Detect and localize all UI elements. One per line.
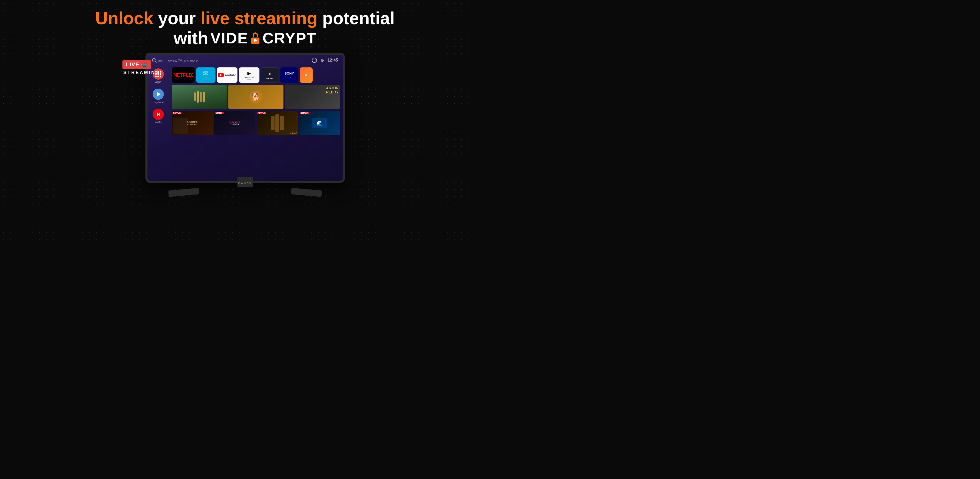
- lock-icon: [249, 32, 262, 45]
- camera-icon: 📹: [141, 62, 148, 68]
- netflix-sidebar-label: Netflix: [154, 121, 162, 124]
- sony-text: SONY: [285, 71, 294, 75]
- google-play-logo: ▶ Google Play Store: [244, 70, 254, 80]
- movie-thumb-baahubali[interactable]: NETFLIX ಬಾಹುಬಲಿ: [257, 111, 298, 135]
- netflix-logo: NETFLIX: [173, 72, 193, 78]
- youtube-play: [220, 74, 222, 76]
- apps-row: NETFLIX prime video ~: [172, 67, 340, 83]
- gmusic-text: G: [305, 74, 307, 76]
- tv-stand-base-left: [168, 188, 199, 197]
- movie-thumb-2[interactable]: 🐕: [228, 85, 283, 109]
- dot: [160, 76, 161, 77]
- lock-shackle: [253, 32, 258, 37]
- play-next-icon: [153, 89, 164, 100]
- liv-text: LIV: [288, 76, 291, 78]
- app-youtube[interactable]: YouTube: [217, 67, 237, 83]
- app-amazon[interactable]: prime video ~: [196, 67, 215, 83]
- movie-thumb-stranger-things[interactable]: NETFLIX STRANGER THINGS: [214, 111, 255, 135]
- headline-line1: Unlock your live streaming potential: [95, 8, 395, 28]
- app-gmusic[interactable]: G: [300, 67, 313, 83]
- dot: [155, 76, 157, 77]
- video-text: video: [203, 73, 208, 75]
- movie-scene-1: [172, 85, 227, 109]
- play-next-label: Play Next: [153, 101, 164, 104]
- videocrypt-logo: VIDE CRYPT: [210, 29, 317, 47]
- refresh-icon[interactable]: ↻: [312, 58, 317, 63]
- main-content: Unlock your live streaming potential wit…: [0, 0, 490, 240]
- baahubali-text: ಬಾಹುಬಲಿ: [290, 133, 297, 134]
- app-sonyliv[interactable]: SONY LIV: [280, 67, 298, 83]
- sidebar-item-play-next[interactable]: Play Next: [153, 89, 164, 104]
- tv-stand-base-right: [291, 188, 322, 197]
- movie-row-1: 🐕 ARJUNREDDY: [172, 85, 340, 109]
- tv-content: NETFLIX prime video ~: [169, 66, 343, 181]
- tv-clock: 12:45: [328, 58, 338, 63]
- youtube-logo: YouTube: [218, 73, 236, 77]
- tv-brand: CANDY: [238, 182, 252, 185]
- netflix-badge-baahubali: NETFLIX: [258, 112, 266, 114]
- amazon-arrow: ~: [205, 75, 207, 79]
- arjun-reddy-text: ARJUNREDDY: [326, 86, 339, 94]
- stranger-things-title: STRANGER THINGS: [229, 121, 240, 125]
- tv-screen: arch movies, TV, and more ↻ ⚙ 12:45: [148, 55, 343, 181]
- tv-wrapper: LIVE 📹 STREAMING arch movies, TV, and mo…: [130, 52, 360, 201]
- tv-controls: ↻ ⚙ 12:45: [312, 58, 338, 63]
- live-badge-top: LIVE 📹: [123, 60, 151, 69]
- headline-potential: potential: [317, 8, 395, 28]
- play-triangle: [157, 92, 161, 97]
- apps-label: Apps: [156, 81, 161, 84]
- headline: Unlock your live streaming potential wit…: [95, 8, 395, 48]
- sidebar-item-netflix[interactable]: N Netflix: [153, 109, 164, 124]
- googleplay-store-text: Store: [247, 78, 251, 80]
- tv-sidebar: Apps Play Next N Netflix: [148, 66, 169, 181]
- headline-with: with: [173, 28, 208, 48]
- settings-icon[interactable]: ⚙: [321, 58, 324, 63]
- logo-vide: VIDE: [210, 29, 248, 47]
- live-text: LIVE: [126, 61, 140, 68]
- hotstar-logo: ✦ hotstar: [266, 71, 273, 79]
- movie-thumb-sacred-games[interactable]: NETFLIX SACRED GAMES: [172, 111, 213, 135]
- search-placeholder: arch movies, TV, and more: [158, 59, 198, 62]
- amazon-logo: prime video ~: [203, 71, 208, 79]
- youtube-icon: [218, 73, 224, 77]
- hotstar-star: ✦: [267, 71, 272, 77]
- app-googleplay[interactable]: ▶ Google Play Store: [239, 67, 259, 83]
- app-netflix[interactable]: NETFLIX: [172, 67, 195, 83]
- movie-thumb-ocean[interactable]: NETFLIX 🌊: [299, 111, 340, 135]
- headline-unlock: Unlock: [95, 8, 153, 28]
- tv-frame: arch movies, TV, and more ↻ ⚙ 12:45: [145, 52, 345, 183]
- headline-line2: with VIDE CRYPT: [95, 28, 395, 48]
- tv-main: Apps Play Next N Netflix: [148, 66, 343, 181]
- movie-thumb-arjun-reddy[interactable]: ARJUNREDDY: [285, 85, 340, 109]
- hotstar-text: hotstar: [266, 77, 273, 79]
- netflix-sidebar-icon: N: [153, 109, 164, 120]
- googleplay-icon: ▶: [247, 70, 251, 76]
- logo-crypt: CRYPT: [262, 29, 317, 47]
- prime-text: prime: [203, 71, 208, 73]
- tv-topbar: arch movies, TV, and more ↻ ⚙ 12:45: [148, 55, 343, 66]
- netflix-badge-sacred: NETFLIX: [173, 112, 181, 114]
- headline-live-streaming: live streaming: [200, 8, 317, 28]
- movie-row-2: NETFLIX SACRED GAMES N: [172, 111, 340, 135]
- streaming-text: STREAMING: [123, 70, 160, 75]
- lock-play-icon: [254, 38, 257, 42]
- youtube-text: YouTube: [225, 73, 236, 76]
- sacred-games-title: SACRED GAMES: [186, 121, 198, 126]
- lock-body: [251, 38, 259, 44]
- dot: [158, 76, 159, 77]
- netflix-badge-stranger: NETFLIX: [215, 112, 224, 114]
- movie-thumb-1[interactable]: [172, 85, 227, 109]
- app-hotstar[interactable]: ✦ hotstar: [261, 67, 279, 83]
- googleplay-text: Google Play: [244, 76, 254, 78]
- live-badge: LIVE 📹 STREAMING: [123, 60, 160, 75]
- netflix-badge-ocean: NETFLIX: [300, 112, 309, 114]
- headline-your: your: [153, 8, 200, 28]
- sony-logo: SONY LIV: [285, 72, 294, 78]
